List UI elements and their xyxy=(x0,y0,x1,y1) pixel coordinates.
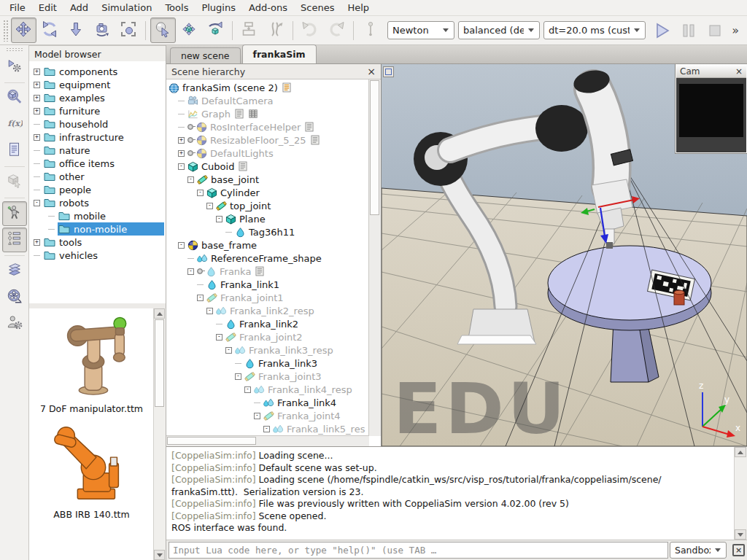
assemble-button[interactable] xyxy=(237,18,263,43)
script-target-select[interactable]: Sandbox script xyxy=(670,542,727,559)
hierarchy-item-graph[interactable]: Graph xyxy=(166,107,370,120)
expand-toggle[interactable]: - xyxy=(263,426,270,432)
scroll-up-icon[interactable] xyxy=(154,308,165,319)
menu-plugins[interactable]: Plugins xyxy=(195,0,242,16)
camera-rotate-button[interactable] xyxy=(37,18,63,43)
layers-button[interactable] xyxy=(2,259,27,284)
visibility-toggle-icon[interactable] xyxy=(187,137,193,143)
bars-badge-icon[interactable] xyxy=(248,109,258,120)
view-selector-button[interactable] xyxy=(383,66,394,77)
menu-scenes[interactable]: Scenes xyxy=(294,0,341,16)
model-folder-office-items[interactable]: office items xyxy=(29,157,166,170)
script-badge-icon[interactable] xyxy=(304,122,314,133)
expand-toggle[interactable]: + xyxy=(34,95,40,101)
expand-toggle[interactable]: - xyxy=(178,163,185,170)
expand-toggle[interactable]: + xyxy=(34,239,40,246)
menu-help[interactable]: Help xyxy=(341,0,376,16)
object-shift-button[interactable] xyxy=(177,18,202,43)
hierarchy-item-plane[interactable]: -Plane xyxy=(166,212,370,225)
expand-toggle[interactable]: - xyxy=(178,242,185,249)
scroll-up-icon[interactable] xyxy=(735,447,746,457)
toolbar-drag-handle-icon[interactable] xyxy=(6,47,23,52)
menu-add-ons[interactable]: Add-ons xyxy=(242,0,294,16)
red-cylinder[interactable] xyxy=(674,290,684,305)
hierarchy-item-frankasim-scene-2-[interactable]: frankaSim (scene 2) xyxy=(166,81,370,94)
script-badge-icon[interactable] xyxy=(238,161,248,172)
hierarchy-item-franka-joint3[interactable]: -Franka_joint3 xyxy=(166,370,370,383)
fit-to-view-button[interactable] xyxy=(116,18,142,43)
expand-toggle[interactable]: - xyxy=(244,386,251,393)
hierarchy-item-base-frame[interactable]: -base_frame xyxy=(166,238,370,252)
toolbar-overflow-button[interactable]: » xyxy=(732,23,739,37)
model-folder-vehicles[interactable]: vehicles xyxy=(29,249,166,262)
expand-toggle[interactable]: + xyxy=(34,82,40,88)
pause-simulation-button[interactable] xyxy=(678,20,698,40)
robot-model-image[interactable] xyxy=(29,314,154,403)
video-recorder-button[interactable] xyxy=(2,285,27,310)
hierarchy-item-franka-joint4[interactable]: -Franka_joint4 xyxy=(166,409,370,422)
scene-object-properties-button[interactable] xyxy=(2,86,27,111)
camera-shift-button[interactable] xyxy=(90,18,115,43)
expand-toggle[interactable]: + xyxy=(178,137,185,144)
expand-toggle[interactable]: - xyxy=(216,334,222,341)
hierarchy-item-franka-link3[interactable]: Franka_link3 xyxy=(166,357,370,370)
hierarchy-item-franka-link2-resp[interactable]: -Franka_link2_resp xyxy=(166,304,370,317)
model-folder-robots[interactable]: -robots xyxy=(29,196,166,209)
hierarchy-item-rosinterfacehelper[interactable]: RosInterfaceHelper xyxy=(166,120,370,133)
menu-file[interactable]: File xyxy=(3,0,32,16)
model-folder-infrastructure[interactable]: +infrastructure xyxy=(29,131,166,144)
script-badge-icon[interactable] xyxy=(310,135,320,146)
script-editor-button[interactable] xyxy=(2,139,27,163)
model-folder-components[interactable]: +components xyxy=(29,65,166,78)
expand-toggle[interactable]: - xyxy=(225,347,232,354)
model-folder-other[interactable]: other xyxy=(29,170,166,183)
expand-toggle[interactable]: - xyxy=(187,268,194,275)
visibility-toggle-icon[interactable] xyxy=(187,150,193,156)
cam-window-titlebar[interactable]: Cam × xyxy=(676,65,746,78)
model-folder-people[interactable]: people xyxy=(29,183,166,196)
scroll-down-icon[interactable] xyxy=(735,529,746,540)
model-folder-examples[interactable]: +examples xyxy=(29,91,166,104)
hierarchy-item-franka-joint2[interactable]: -Franka_joint2 xyxy=(166,330,370,343)
expand-toggle[interactable]: - xyxy=(235,373,241,380)
hierarchy-horizontal-scrollbar[interactable] xyxy=(166,435,369,446)
script-badge-icon[interactable] xyxy=(234,109,244,120)
expand-toggle[interactable]: - xyxy=(197,295,204,301)
expand-toggle[interactable]: + xyxy=(178,150,185,157)
expand-toggle[interactable]: - xyxy=(206,308,213,314)
transfer-dna-button[interactable] xyxy=(263,18,289,43)
toolbar-drag-handle-icon[interactable] xyxy=(3,20,8,42)
menu-simulation[interactable]: Simulation xyxy=(95,0,158,16)
expand-toggle[interactable]: - xyxy=(216,216,222,222)
scrollbar-thumb[interactable] xyxy=(167,437,256,445)
model-folder-nature[interactable]: nature xyxy=(29,144,166,157)
simulation-settings-button[interactable] xyxy=(2,55,27,79)
expand-toggle[interactable]: - xyxy=(34,200,40,206)
object-rotate-button[interactable] xyxy=(203,18,228,43)
hierarchy-item-defaultcamera[interactable]: DefaultCamera xyxy=(166,94,370,107)
camera-zoom-button[interactable] xyxy=(63,18,89,43)
close-console-button[interactable]: × xyxy=(732,544,745,556)
tab-frankasim[interactable]: frankaSim xyxy=(242,44,317,63)
object-selection-button[interactable] xyxy=(150,18,176,43)
cam-window[interactable]: Cam × xyxy=(676,64,747,153)
model-browser-button[interactable] xyxy=(2,201,27,226)
visibility-toggle-icon[interactable] xyxy=(197,268,203,274)
stop-simulation-button[interactable] xyxy=(705,20,724,40)
camera-pan-button[interactable] xyxy=(11,18,36,43)
model-folder-household[interactable]: household xyxy=(29,117,166,131)
hierarchy-item-base-joint[interactable]: -base_joint xyxy=(166,173,370,186)
hierarchy-item-franka[interactable]: -Franka xyxy=(166,265,370,278)
calculation-modules-button[interactable]: f(x) xyxy=(2,112,27,137)
hierarchy-item-cylinder[interactable]: -Cylinder xyxy=(166,186,370,199)
expand-toggle[interactable]: - xyxy=(254,413,260,419)
hierarchy-item-top-joint[interactable]: -top_joint xyxy=(166,199,370,212)
user-settings-button[interactable] xyxy=(2,311,27,336)
expand-toggle[interactable]: - xyxy=(187,176,194,183)
model-folder-mobile[interactable]: mobile xyxy=(29,209,166,222)
expand-toggle[interactable]: + xyxy=(34,108,40,114)
model-folder-non-mobile[interactable]: non-mobile xyxy=(29,222,166,236)
lua-code-input[interactable] xyxy=(169,542,668,559)
physics-engine-select[interactable]: Newton xyxy=(387,21,454,39)
close-icon[interactable]: × xyxy=(367,66,376,77)
